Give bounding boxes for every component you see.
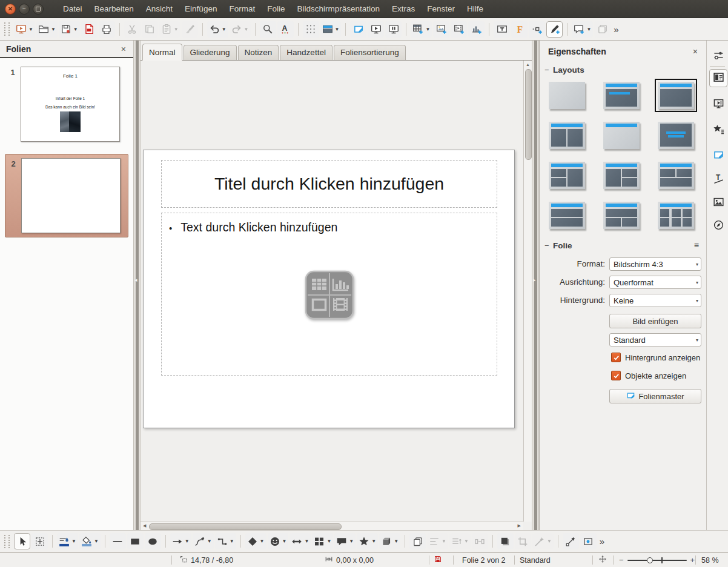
layout-title-only[interactable] [603,122,640,149]
dropdown-arrow-icon[interactable]: ▼ [71,539,76,544]
sidebar-tab-navigator[interactable] [709,217,727,235]
master-slide-button[interactable]: Folienmaster [609,389,701,403]
menu-format[interactable]: Format [223,0,261,18]
window-close-button[interactable]: ✕ [5,4,16,15]
dropdown-arrow-icon[interactable]: ▼ [207,539,212,544]
dropdown-arrow-icon[interactable]: ▼ [394,539,399,544]
layout-centered-text[interactable] [658,122,694,149]
menu-bildschirmpraesentation[interactable]: Bildschirmpräsentation [291,0,386,18]
tool-insert-field[interactable] [529,21,545,38]
tool-insert-comment[interactable]: ▼ [572,21,593,38]
tool-undo[interactable]: ▼ [207,21,228,38]
slide-section-collapse-icon[interactable]: − [544,241,553,250]
sidebar-tab-sidebar-settings[interactable] [709,47,727,65]
tool-save[interactable]: ▼ [59,21,80,38]
toolbar-overflow-button[interactable]: » [597,536,607,546]
vertical-scrollbar[interactable]: ▲ [523,61,532,522]
tool-insert-media[interactable] [451,21,467,38]
tool-transformations[interactable] [409,533,426,549]
layout-title-2content-over-content[interactable] [658,162,694,189]
menu-fenster[interactable]: Fenster [421,0,461,18]
toolbar-grip[interactable] [4,535,10,548]
layout-title-content[interactable] [658,82,694,109]
zoom-slider-thumb[interactable] [647,557,653,563]
tool-fontwork[interactable]: F [511,21,528,38]
menu-bearbeiten[interactable]: Bearbeiten [88,0,140,18]
tool-gluepoints[interactable] [580,533,597,549]
sidebar-tab-properties[interactable] [709,69,727,87]
slide-number-field[interactable]: Folie 2 von 2 [462,553,506,567]
dropdown-arrow-icon[interactable]: ▼ [425,27,430,32]
dropdown-arrow-icon[interactable]: ▼ [586,27,591,32]
tool-fill-color[interactable]: ▼ [79,533,101,549]
tool-new-presentation[interactable]: ▼ [14,21,35,38]
orientation-combobox[interactable]: Querformat▾ [609,276,701,289]
window-minimize-button[interactable]: − [19,4,30,15]
window-maximize-button[interactable] [33,4,44,15]
show-background-checkbox[interactable]: Hintergrund anzeigen [611,353,704,362]
panel-splitter-left[interactable]: ◂ [133,41,141,530]
dropdown-arrow-icon[interactable]: ▼ [260,539,265,544]
dropdown-arrow-icon[interactable]: ▼ [94,539,99,544]
tool-basic-shapes[interactable]: ▼ [245,533,266,549]
layouts-section-header[interactable]: − Layouts [540,64,706,76]
master-name-field[interactable]: Standard [520,553,551,567]
insert-image-button[interactable]: Bild einfügen [609,314,701,328]
dropdown-arrow-icon[interactable]: ▼ [185,539,190,544]
dropdown-arrow-icon[interactable]: ▼ [442,539,446,544]
tool-print[interactable] [99,21,115,38]
show-objects-checkbox[interactable]: Objekte anzeigen [611,371,704,380]
toolbar-grip[interactable] [4,22,10,36]
zoom-slider[interactable] [627,557,687,564]
tab-foliensortierung[interactable]: Foliensortierung [334,45,406,60]
collapse-right-handle[interactable]: ▸ [533,277,536,283]
dropdown-arrow-icon[interactable]: ▼ [244,27,249,32]
fit-slide-button[interactable] [598,553,607,567]
tool-stars[interactable]: ▼ [357,533,378,549]
master-slide-combobox[interactable]: Standard▾ [609,333,701,346]
tool-shadow[interactable] [497,533,514,549]
tool-line-color[interactable]: ▼ [57,533,78,549]
dropdown-arrow-icon[interactable]: ▼ [222,27,227,32]
document-modified-indicator[interactable] [434,553,442,567]
sidebar-tab-master-slides[interactable] [709,147,727,165]
sidebar-tab-styles[interactable]: T [709,171,727,189]
menu-einfuegen[interactable]: Einfügen [179,0,223,18]
tab-gliederung[interactable]: Gliederung [184,45,237,60]
tool-select[interactable] [14,533,30,549]
collapse-left-handle[interactable]: ◂ [134,277,137,283]
tool-master-slide[interactable] [350,21,366,38]
dropdown-arrow-icon[interactable]: ▼ [349,539,354,544]
menu-datei[interactable]: Datei [57,0,88,18]
layout-title-2content[interactable] [549,122,585,149]
tool-presentation-current[interactable] [385,21,402,38]
dropdown-arrow-icon[interactable]: ▼ [51,27,56,32]
slide-canvas[interactable]: Titel durch Klicken hinzufügen • Text du… [143,150,515,428]
tool-symbol-shapes[interactable]: ▼ [268,533,289,549]
tool-rectangle[interactable] [127,533,144,549]
tool-insert-image[interactable] [433,21,449,38]
tool-find-replace[interactable] [260,21,276,38]
menu-folie[interactable]: Folie [261,0,291,18]
sidebar-tab-slide-transition[interactable] [709,96,727,114]
dropdown-arrow-icon[interactable]: ▼ [174,27,179,32]
tool-export-pdf[interactable] [81,21,98,38]
zoom-out-button[interactable]: − [619,555,624,565]
horizontal-scrollbar[interactable]: ◀ ▶ [141,522,523,530]
tool-connectors[interactable]: ▼ [215,533,236,549]
tool-zoom-pan[interactable] [31,533,48,549]
tool-spelling[interactable]: A [277,21,294,38]
scroll-right-arrow[interactable]: ▶ [518,523,521,528]
dropdown-arrow-icon[interactable]: ▼ [304,539,309,544]
slide-section-menu-button[interactable]: ≡ [694,240,699,250]
layout-title-content-over-2content[interactable] [603,202,640,229]
dropdown-arrow-icon[interactable]: ▼ [335,27,340,32]
layout-title-2content-content[interactable] [549,162,585,189]
properties-close-button[interactable]: × [692,47,699,56]
content-placeholder[interactable]: • Text durch Klicken hinzufügen [161,213,497,376]
layout-title-6content[interactable] [658,202,694,229]
tool-curves-polygons[interactable]: ▼ [193,533,214,549]
slides-panel-close-button[interactable]: × [120,44,127,54]
scroll-up-arrow[interactable]: ▲ [524,61,532,69]
horizontal-scrollbar-thumb[interactable] [149,523,342,530]
